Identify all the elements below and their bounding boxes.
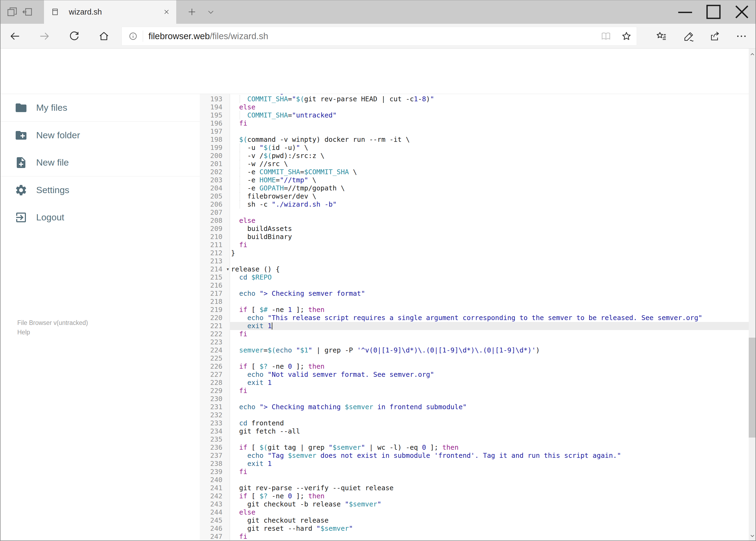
line-number: 222 xyxy=(200,330,230,338)
fold-arrow-icon[interactable]: ▾ xyxy=(227,265,229,273)
code-text: git rev-parse --verify --quiet release xyxy=(230,484,393,492)
line-number: 213 xyxy=(200,257,230,265)
refresh-button[interactable] xyxy=(69,31,80,42)
code-text xyxy=(230,128,231,136)
sidebar-item-my-files[interactable]: My files xyxy=(0,94,200,121)
code-text: echo "This release script requires a sin… xyxy=(230,314,702,322)
browser-tab[interactable]: wizard.sh xyxy=(44,0,176,24)
code-text: else xyxy=(230,103,255,111)
window-controls xyxy=(671,0,756,24)
code-line-201: 201 -w //src \ xyxy=(200,160,749,168)
sidebar-item-new-folder[interactable]: New folder xyxy=(0,122,200,149)
hub-button[interactable] xyxy=(656,31,667,42)
reading-view-button[interactable] xyxy=(601,31,611,42)
code-line-220: 220 echo "This release script requires a… xyxy=(200,314,749,322)
new-tab-button[interactable] xyxy=(187,7,197,17)
code-text: exit 1 xyxy=(230,322,272,330)
code-line-223: 223 xyxy=(200,338,749,346)
tabs-preview-icon xyxy=(6,6,18,18)
line-number: 220 xyxy=(200,314,230,322)
indent-guide xyxy=(240,176,240,184)
folder-plus-icon xyxy=(15,129,28,142)
sidebar: My filesNew folderNew fileSettingsLogout… xyxy=(0,94,200,541)
code-line-193: 193 COMMIT_SHA="$(git rev-parse HEAD | c… xyxy=(200,95,749,103)
forward-button[interactable] xyxy=(39,31,50,42)
code-line-215: 215 cd $REPO xyxy=(200,273,749,281)
code-text: echo "> Checking matching $semver in fro… xyxy=(230,403,467,411)
main-content: My filesNew folderNew fileSettingsLogout… xyxy=(0,94,756,541)
indent-guide xyxy=(240,111,240,119)
code-line-207: 207 xyxy=(200,209,749,217)
line-number: 195 xyxy=(200,111,230,119)
line-number: 204 xyxy=(200,184,230,192)
code-text: buildAssets xyxy=(230,225,292,233)
line-number: 235 xyxy=(200,435,230,443)
code-text: fi xyxy=(230,119,247,128)
code-line-235: 235 xyxy=(200,435,749,443)
indent-guide xyxy=(240,201,240,209)
set-tabs-aside-button[interactable] xyxy=(22,6,33,18)
code-text: -e HOME="//tmp" \ xyxy=(230,176,316,184)
close-button[interactable] xyxy=(728,0,756,24)
code-line-243: 243 git checkout -b release "$semver" xyxy=(200,500,749,508)
gear-icon xyxy=(15,184,28,197)
code-line-196: 196 fi xyxy=(200,119,749,128)
code-text: fi xyxy=(230,330,247,338)
code-line-225: 225 xyxy=(200,354,749,362)
site-info-icon[interactable] xyxy=(128,31,138,41)
code-line-211: 211 fi xyxy=(200,241,749,249)
line-number: 208 xyxy=(200,217,230,225)
code-text: git checkout release xyxy=(230,516,329,525)
more-options-button[interactable] xyxy=(736,31,747,42)
sidebar-item-settings[interactable]: Settings xyxy=(0,176,200,204)
code-text: buildBinary xyxy=(230,233,292,241)
code-line-240: 240 xyxy=(200,476,749,484)
code-text: filebrowser/dev \ xyxy=(230,192,316,201)
code-text xyxy=(230,281,231,289)
indent-guide xyxy=(240,184,240,192)
line-number: 240 xyxy=(200,476,230,484)
minimize-button[interactable] xyxy=(671,0,699,24)
back-button[interactable] xyxy=(9,31,21,42)
code-text: echo "> Checking semver format" xyxy=(230,289,365,297)
url-text: filebrowser.web/files/wizard.sh xyxy=(148,31,268,41)
line-number: 203 xyxy=(200,176,230,184)
code-text xyxy=(230,435,231,443)
line-number: 217 xyxy=(200,289,230,297)
code-text: fi xyxy=(230,468,247,476)
code-text: else xyxy=(230,217,255,225)
code-line-228: 228 exit 1 xyxy=(200,379,749,387)
line-number: 245 xyxy=(200,516,230,525)
code-text xyxy=(230,257,231,265)
line-number: 200 xyxy=(200,152,230,160)
scroll-up-arrow-icon[interactable] xyxy=(749,51,755,58)
web-note-button[interactable] xyxy=(683,31,695,42)
share-page-button[interactable] xyxy=(709,31,721,42)
scroll-down-arrow-icon[interactable] xyxy=(749,533,755,539)
code-line-239: 239 fi xyxy=(200,468,749,476)
code-line-222: 222 fi xyxy=(200,330,749,338)
scrollbar[interactable] xyxy=(749,49,756,541)
sidebar-item-logout[interactable]: Logout xyxy=(0,204,200,231)
scrollbar-thumb[interactable] xyxy=(749,337,756,437)
code-text xyxy=(230,338,231,346)
code-line-210: 210 buildBinary xyxy=(200,233,749,241)
line-number: 246 xyxy=(200,525,230,533)
maximize-button[interactable] xyxy=(699,0,728,24)
sidebar-item-new-file[interactable]: New file xyxy=(0,149,200,176)
tab-preview-button[interactable] xyxy=(6,6,18,18)
line-number: 230 xyxy=(200,395,230,403)
file-plus-icon xyxy=(15,156,28,169)
code-editor[interactable]: 192 if [ -d ".git" ]; then193 COMMIT_SHA… xyxy=(200,94,749,541)
tab-list-chevron-button[interactable] xyxy=(207,8,215,16)
line-number: 205 xyxy=(200,192,230,201)
code-text: echo "Not valid semver format. See semve… xyxy=(230,370,434,379)
home-button[interactable] xyxy=(98,31,110,42)
text-cursor xyxy=(272,322,272,329)
code-text: -e GOPATH=//tmp/gopath \ xyxy=(230,184,345,192)
code-text: exit 1 xyxy=(230,460,272,468)
address-bar[interactable]: filebrowser.web/files/wizard.sh xyxy=(122,27,637,46)
tab-close-button[interactable] xyxy=(163,8,170,16)
help-link[interactable]: Help xyxy=(17,327,88,337)
favorite-star-button[interactable] xyxy=(621,31,632,42)
